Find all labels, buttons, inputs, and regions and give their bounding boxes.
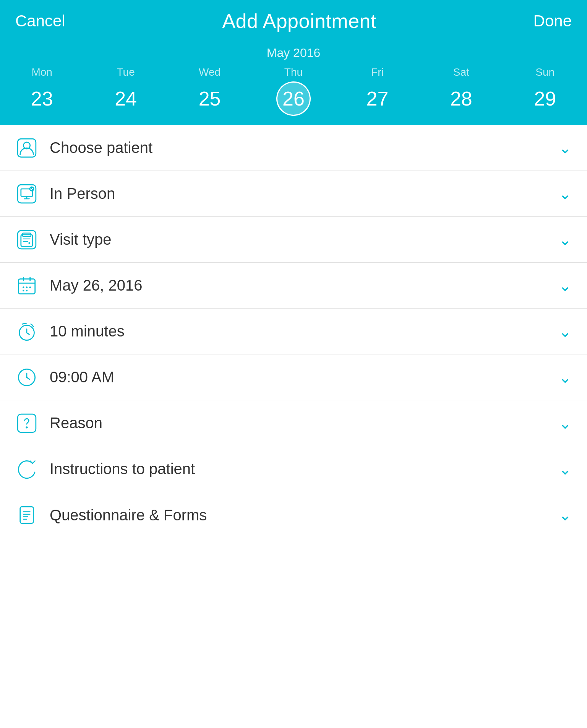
monitor-icon [15,182,38,205]
form-row-questionnaire[interactable]: Questionnaire & Forms⌄ [0,492,587,538]
calendar-day-23[interactable]: Mon23 [0,66,84,116]
header: Cancel Add Appointment Done [0,0,587,42]
calendar-day-29[interactable]: Sun29 [503,66,587,116]
form-row-date[interactable]: May 26, 2016⌄ [0,263,587,309]
calendar-day-24[interactable]: Tue24 [84,66,167,116]
clock-icon [15,320,38,343]
day-name: Mon [31,66,52,78]
calendar-day-27[interactable]: Fri27 [336,66,419,116]
form-row-duration[interactable]: 10 minutes⌄ [0,309,587,354]
svg-point-17 [26,376,28,378]
chevron-down-icon: ⌄ [559,185,572,203]
chevron-down-icon: ⌄ [559,414,572,432]
calendar-day-25[interactable]: Wed25 [168,66,251,116]
form-row-label-questionnaire: Questionnaire & Forms [50,507,551,524]
day-number: 28 [444,81,478,116]
day-number: 23 [25,81,59,116]
question-icon [15,412,38,435]
calendar-day-26[interactable]: Thu26 [251,66,335,116]
day-number: 27 [360,81,394,116]
form-row-time[interactable]: 09:00 AM⌄ [0,354,587,400]
svg-rect-20 [20,507,34,523]
day-number: 26 [276,81,311,116]
calendar-strip: May 2016 Mon23Tue24Wed25Thu26Fri27Sat28S… [0,42,587,125]
svg-point-11 [26,286,28,288]
done-button[interactable]: Done [533,12,572,30]
day-name: Sun [535,66,555,78]
person-icon [15,136,38,159]
svg-point-10 [23,286,24,288]
svg-point-8 [28,242,30,244]
calendar-icon [15,274,38,297]
day-name: Tue [117,66,135,78]
day-number: 25 [193,81,227,116]
form-section: Choose patient⌄ In Person⌄ Visit type⌄ M… [0,125,587,538]
svg-point-19 [26,426,28,428]
form-row-instructions[interactable]: Instructions to patient⌄ [0,446,587,492]
day-number: 29 [528,81,562,116]
svg-point-13 [23,289,24,291]
month-label: May 2016 [0,42,587,66]
chevron-down-icon: ⌄ [559,323,572,340]
day-name: Sat [453,66,469,78]
form-row-label-patient: Choose patient [50,139,551,156]
page-title: Add Appointment [222,10,376,32]
clipboard-icon [15,228,38,251]
form-row-label-time: 09:00 AM [50,369,551,386]
svg-point-14 [26,289,28,291]
day-name: Thu [284,66,303,78]
time-icon [15,366,38,389]
chevron-down-icon: ⌄ [559,460,572,478]
days-row: Mon23Tue24Wed25Thu26Fri27Sat28Sun29 [0,66,587,116]
calendar-day-28[interactable]: Sat28 [419,66,503,116]
svg-point-12 [29,286,31,288]
form-row-patient[interactable]: Choose patient⌄ [0,125,587,171]
chevron-down-icon: ⌄ [559,277,572,294]
refresh-icon [15,458,38,481]
form-row-label-date: May 26, 2016 [50,277,551,294]
form-row-label-visit-type: Visit type [50,231,551,248]
chevron-down-icon: ⌄ [559,139,572,157]
chevron-down-icon: ⌄ [559,506,572,524]
form-row-visit-type[interactable]: Visit type⌄ [0,217,587,263]
day-name: Wed [199,66,221,78]
day-number: 24 [109,81,143,116]
form-row-label-instructions: Instructions to patient [50,460,551,478]
document-icon [15,504,38,526]
form-row-label-visit-mode: In Person [50,185,551,202]
form-row-reason[interactable]: Reason⌄ [0,400,587,446]
cancel-button[interactable]: Cancel [15,12,65,30]
day-name: Fri [371,66,384,78]
chevron-down-icon: ⌄ [559,369,572,386]
form-row-label-reason: Reason [50,414,551,432]
chevron-down-icon: ⌄ [559,231,572,249]
form-row-visit-mode[interactable]: In Person⌄ [0,171,587,217]
form-row-label-duration: 10 minutes [50,323,551,340]
